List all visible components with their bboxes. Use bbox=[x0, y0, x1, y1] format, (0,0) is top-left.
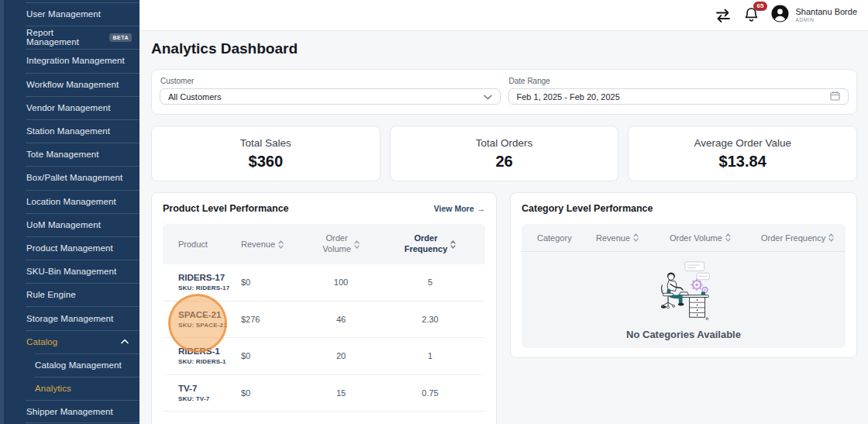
stat-value: $13.84 bbox=[719, 153, 766, 171]
table-row[interactable]: RIDERS-1 SKU: RIDERS-1 $0 20 1 bbox=[163, 338, 485, 375]
product-name: RIDERS-17 bbox=[178, 273, 241, 282]
sort-icon bbox=[828, 233, 834, 242]
user-name: Shantanu Borde bbox=[795, 7, 857, 18]
sidebar-item-label: UoM Management bbox=[26, 220, 101, 229]
sidebar-item-tote-management[interactable]: Tote Management bbox=[0, 143, 140, 166]
notification-bell-icon[interactable]: 65 bbox=[744, 7, 759, 23]
user-menu[interactable]: Shantanu Borde ADMIN bbox=[771, 5, 857, 26]
column-header-order-frequency[interactable]: Order Frequency bbox=[761, 233, 846, 243]
sidebar-item-label: Report Management bbox=[26, 28, 105, 47]
sidebar-item-shipper-management[interactable]: Shipper Management bbox=[0, 400, 140, 423]
product-sku: SKU: RIDERS-17 bbox=[178, 284, 241, 291]
main-content: Analytics Dashboard Customer All Custome… bbox=[140, 31, 868, 424]
page-title: Analytics Dashboard bbox=[151, 40, 857, 57]
order-volume-cell: 20 bbox=[307, 351, 375, 360]
sidebar-item-station-management[interactable]: Station Management bbox=[0, 119, 140, 143]
sidebar-item-label: Box/Pallet Management bbox=[26, 173, 122, 182]
sidebar-item-catalog-management[interactable]: Catalog Management bbox=[0, 353, 140, 377]
sidebar-item-label: Analytics bbox=[35, 384, 71, 393]
column-header-order-volume[interactable]: Order Volume bbox=[670, 233, 761, 243]
sort-icon bbox=[725, 233, 731, 242]
sidebar-item-user-management[interactable]: User Management bbox=[0, 2, 140, 26]
order-volume-cell: 100 bbox=[307, 277, 375, 287]
sidebar-item-label: Product Management bbox=[26, 243, 113, 253]
sidebar-item-label: Station Management bbox=[26, 126, 110, 136]
product-name: SPACE-21 bbox=[178, 310, 241, 319]
sidebar-item-label: Tote Management bbox=[26, 150, 99, 159]
sidebar-item-product-management[interactable]: Product Management bbox=[0, 236, 140, 260]
sidebar-item-rule-engine[interactable]: Rule Engine bbox=[0, 283, 140, 306]
order-frequency-cell: 2.30 bbox=[375, 315, 485, 324]
sidebar-item-label: Workflow Management bbox=[26, 80, 119, 89]
revenue-cell: $0 bbox=[241, 351, 307, 360]
order-frequency-cell: 5 bbox=[375, 277, 485, 287]
customer-label: Customer bbox=[160, 77, 501, 85]
order-frequency-cell: 1 bbox=[375, 351, 485, 360]
sidebar-item-report-management[interactable]: Report Management BETA bbox=[0, 26, 140, 49]
revenue-cell: $0 bbox=[241, 277, 307, 287]
sidebar-item-workflow-management[interactable]: Workflow Management bbox=[0, 73, 140, 96]
sidebar-item-analytics[interactable]: Analytics bbox=[0, 377, 140, 400]
view-more-link[interactable]: View More → bbox=[434, 204, 485, 213]
topbar: 65 Shantanu Borde ADMIN bbox=[140, 0, 868, 31]
revenue-cell: $0 bbox=[241, 388, 307, 398]
sidebar-item-label: Catalog Management bbox=[35, 360, 122, 370]
sidebar-item-label: SKU-Bin Management bbox=[26, 267, 116, 276]
column-header-revenue[interactable]: Revenue bbox=[596, 233, 670, 243]
sidebar-item-box-pallet-management[interactable]: Box/Pallet Management bbox=[0, 166, 140, 189]
product-sku: SKU: RIDERS-1 bbox=[178, 358, 241, 365]
date-range-value: Feb 1, 2025 - Feb 20, 2025 bbox=[517, 92, 620, 102]
table-row[interactable]: TV-7 SKU: TV-7 $0 15 0.75 bbox=[163, 375, 485, 412]
sidebar-item-label: Shipper Management bbox=[26, 407, 113, 416]
sidebar-item-label: Rule Engine bbox=[26, 290, 76, 299]
notification-count-badge: 65 bbox=[753, 2, 768, 11]
category-table-header: Category Revenue Order Volume bbox=[522, 224, 846, 252]
sort-icon bbox=[354, 240, 360, 249]
sidebar-item-catalog[interactable]: Catalog bbox=[0, 330, 140, 353]
order-frequency-cell: 0.75 bbox=[375, 388, 485, 398]
empty-state-text: No Categories Available bbox=[626, 329, 741, 340]
date-range-input[interactable]: Feb 1, 2025 - Feb 20, 2025 bbox=[508, 88, 849, 105]
chevron-down-icon bbox=[484, 92, 492, 102]
order-volume-cell: 15 bbox=[307, 388, 375, 398]
table-row[interactable]: SPACE-2 bbox=[163, 412, 485, 424]
product-table-header: Product Revenue OrderVolume bbox=[163, 224, 485, 264]
column-header-product: Product bbox=[163, 240, 241, 249]
customer-select[interactable]: All Customers bbox=[160, 88, 501, 105]
order-volume-cell: 46 bbox=[307, 315, 375, 324]
transfer-arrows-icon[interactable] bbox=[715, 8, 732, 23]
user-role: ADMIN bbox=[795, 17, 857, 23]
empty-state-illustration bbox=[640, 260, 727, 324]
sidebar: User Management Report Management BETA I… bbox=[0, 0, 140, 424]
customer-select-value: All Customers bbox=[168, 92, 221, 102]
category-performance-title: Category Level Performance bbox=[522, 203, 653, 214]
avatar bbox=[771, 5, 789, 26]
sidebar-item-location-management[interactable]: Location Management bbox=[0, 190, 140, 213]
sidebar-item-storage-management[interactable]: Storage Management bbox=[0, 306, 140, 329]
product-name: RIDERS-1 bbox=[178, 346, 241, 356]
empty-state: No Categories Available bbox=[522, 252, 846, 348]
stat-card-total-sales: Total Sales $360 bbox=[151, 126, 381, 181]
sidebar-item-label: Vendor Management bbox=[26, 103, 110, 112]
arrow-right-icon: → bbox=[477, 204, 486, 213]
stat-value: 26 bbox=[495, 153, 512, 171]
column-header-order-volume[interactable]: OrderVolume bbox=[307, 233, 375, 255]
column-header-revenue[interactable]: Revenue bbox=[241, 240, 307, 249]
category-performance-panel: Category Level Performance Category Reve… bbox=[510, 192, 857, 358]
stat-label: Total Sales bbox=[240, 137, 291, 149]
table-row[interactable]: SPACE-21 SKU: SPACE-21 $276 46 2.30 bbox=[163, 302, 485, 339]
filters-card: Customer All Customers Date Range Feb 1,… bbox=[151, 69, 857, 115]
table-row[interactable]: RIDERS-17 SKU: RIDERS-17 $0 100 5 bbox=[163, 264, 485, 302]
sidebar-item-uom-management[interactable]: UoM Management bbox=[0, 213, 140, 236]
sidebar-item-label: Location Management bbox=[26, 197, 116, 206]
column-header-order-frequency[interactable]: OrderFrequency bbox=[375, 233, 485, 255]
sidebar-item-label: User Management bbox=[26, 9, 101, 19]
sidebar-item-label: Integration Management bbox=[26, 56, 125, 65]
product-performance-panel: Product Level Performance View More → Pr… bbox=[151, 192, 497, 424]
product-sku: SKU: TV-7 bbox=[178, 395, 241, 402]
column-header-category: Category bbox=[522, 233, 596, 243]
sidebar-item-sku-bin-management[interactable]: SKU-Bin Management bbox=[0, 260, 140, 283]
sidebar-item-integration-management[interactable]: Integration Management bbox=[0, 49, 140, 72]
stat-card-average-order-value: Average Order Value $13.84 bbox=[628, 126, 857, 181]
sidebar-item-vendor-management[interactable]: Vendor Management bbox=[0, 96, 140, 119]
